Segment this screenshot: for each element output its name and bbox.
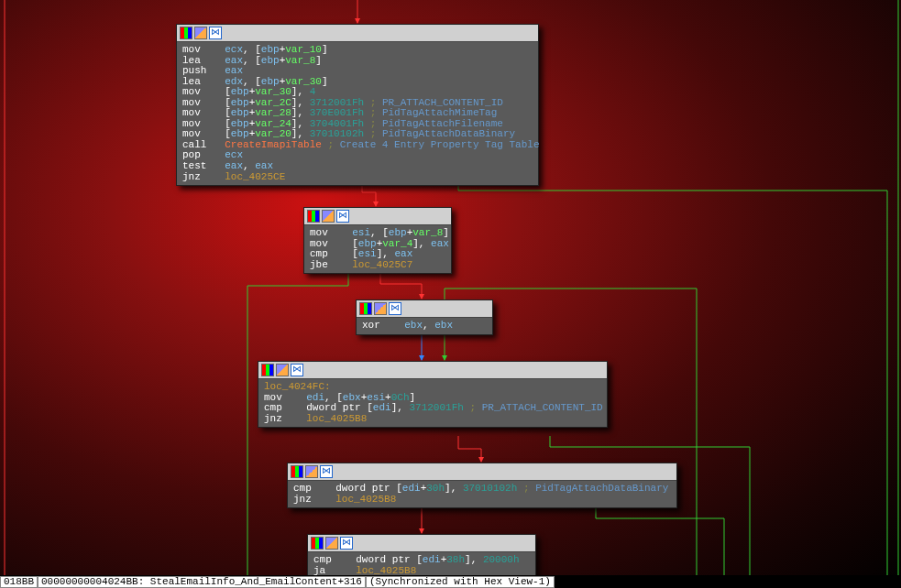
status-bar: 018BB 00000000004024BB: StealEmailInfo_A… <box>0 575 901 588</box>
graph-node-5[interactable]: cmp dword ptr [edi+30h], 37010102h ; Pid… <box>287 463 677 508</box>
graph-icon[interactable] <box>340 537 353 550</box>
node-titlebar <box>258 362 607 379</box>
color-icon[interactable] <box>291 465 303 478</box>
status-sync: (Synchronized with Hex View-1) <box>366 576 555 588</box>
node-body: xor ebx, ebx <box>357 318 492 334</box>
graph-icon[interactable] <box>320 465 333 478</box>
color-icon[interactable] <box>180 27 192 39</box>
edit-icon[interactable] <box>325 537 338 550</box>
node-titlebar <box>304 208 451 225</box>
color-icon[interactable] <box>359 302 372 315</box>
graph-icon[interactable] <box>336 210 349 223</box>
graph-icon[interactable] <box>291 364 303 376</box>
color-icon[interactable] <box>261 364 274 376</box>
graph-node-6[interactable]: cmp dword ptr [edi+38h], 20000h ja loc_4… <box>307 534 536 580</box>
edit-icon[interactable] <box>194 27 207 39</box>
node-body: mov ecx, [ebp+var_10] lea eax, [ebp+var_… <box>177 42 538 185</box>
node-titlebar <box>177 25 538 42</box>
graph-node-4[interactable]: loc_4024FC: mov edi, [ebx+esi+0Ch] cmp d… <box>258 361 608 428</box>
edit-icon[interactable] <box>374 302 387 315</box>
edit-icon[interactable] <box>305 465 318 478</box>
graph-icon[interactable] <box>389 302 401 315</box>
graph-node-2[interactable]: mov esi, [ebp+var_8] mov [ebp+var_4], ea… <box>303 207 452 274</box>
status-function: 00000000004024BB: StealEmailInfo_And_Ema… <box>38 576 366 588</box>
color-icon[interactable] <box>311 537 324 550</box>
color-icon[interactable] <box>307 210 320 223</box>
status-offset: 018BB <box>0 576 38 588</box>
node-titlebar <box>308 535 535 552</box>
graph-node-3[interactable]: xor ebx, ebx <box>356 299 493 335</box>
edit-icon[interactable] <box>276 364 289 376</box>
node-body: loc_4024FC: mov edi, [ebx+esi+0Ch] cmp d… <box>258 379 607 427</box>
edit-icon[interactable] <box>322 210 335 223</box>
node-titlebar <box>357 300 492 318</box>
node-body: cmp dword ptr [edi+30h], 37010102h ; Pid… <box>288 481 676 507</box>
graph-icon[interactable] <box>209 27 222 39</box>
node-titlebar <box>288 463 676 481</box>
node-body: mov esi, [ebp+var_8] mov [ebp+var_4], ea… <box>304 225 451 273</box>
graph-node-1[interactable]: mov ecx, [ebp+var_10] lea eax, [ebp+var_… <box>176 24 539 186</box>
